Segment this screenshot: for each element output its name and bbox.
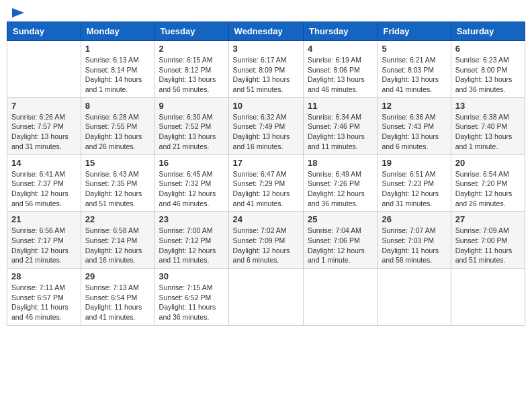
calendar-cell [451, 269, 525, 326]
day-info: Sunrise: 7:04 AM Sunset: 7:06 PM Dayligh… [308, 226, 373, 265]
calendar-cell: 30Sunrise: 7:15 AM Sunset: 6:52 PM Dayli… [154, 269, 228, 326]
weekday-header-friday: Friday [378, 22, 451, 41]
calendar-cell: 6Sunrise: 6:23 AM Sunset: 8:00 PM Daylig… [451, 41, 525, 98]
day-number: 6 [455, 44, 521, 54]
day-number: 30 [159, 271, 224, 281]
weekday-header-sunday: Sunday [7, 22, 81, 41]
day-info: Sunrise: 6:45 AM Sunset: 7:32 PM Dayligh… [159, 169, 224, 209]
logo [9, 7, 26, 16]
day-number: 23 [159, 214, 224, 224]
calendar-cell: 27Sunrise: 7:09 AM Sunset: 7:00 PM Dayli… [451, 212, 525, 269]
day-number: 1 [85, 44, 150, 54]
day-number: 8 [85, 101, 150, 111]
day-number: 28 [11, 271, 77, 281]
day-number: 10 [233, 101, 299, 111]
day-number: 16 [159, 158, 224, 168]
day-number: 13 [455, 101, 521, 111]
week-row-2: 7Sunrise: 6:26 AM Sunset: 7:57 PM Daylig… [7, 97, 525, 154]
day-info: Sunrise: 6:30 AM Sunset: 7:52 PM Dayligh… [159, 112, 224, 152]
day-info: Sunrise: 7:15 AM Sunset: 6:52 PM Dayligh… [159, 283, 224, 322]
calendar-cell: 20Sunrise: 6:54 AM Sunset: 7:20 PM Dayli… [451, 154, 525, 212]
calendar-cell: 10Sunrise: 6:32 AM Sunset: 7:49 PM Dayli… [228, 97, 303, 154]
day-number: 17 [233, 158, 299, 168]
calendar-cell: 9Sunrise: 6:30 AM Sunset: 7:52 PM Daylig… [154, 97, 228, 154]
calendar-cell [7, 41, 81, 98]
day-number: 3 [233, 44, 299, 54]
day-number: 7 [11, 101, 77, 111]
day-info: Sunrise: 7:02 AM Sunset: 7:09 PM Dayligh… [233, 226, 299, 265]
day-number: 4 [308, 44, 373, 54]
calendar-table: SundayMondayTuesdayWednesdayThursdayFrid… [7, 21, 525, 326]
day-number: 24 [233, 214, 299, 224]
week-row-4: 21Sunrise: 6:56 AM Sunset: 7:17 PM Dayli… [7, 212, 525, 269]
svg-marker-0 [12, 8, 24, 17]
calendar-cell: 5Sunrise: 6:21 AM Sunset: 8:03 PM Daylig… [378, 41, 451, 98]
day-info: Sunrise: 6:51 AM Sunset: 7:23 PM Dayligh… [382, 169, 446, 209]
calendar-cell: 25Sunrise: 7:04 AM Sunset: 7:06 PM Dayli… [304, 212, 378, 269]
calendar-cell: 4Sunrise: 6:19 AM Sunset: 8:06 PM Daylig… [304, 41, 378, 98]
calendar-cell: 19Sunrise: 6:51 AM Sunset: 7:23 PM Dayli… [378, 154, 451, 212]
day-number: 2 [159, 44, 224, 54]
day-number: 29 [85, 271, 150, 281]
day-number: 15 [85, 158, 150, 168]
weekday-header-saturday: Saturday [451, 22, 525, 41]
day-info: Sunrise: 7:09 AM Sunset: 7:00 PM Dayligh… [455, 226, 521, 265]
day-info: Sunrise: 6:23 AM Sunset: 8:00 PM Dayligh… [455, 55, 521, 95]
day-info: Sunrise: 7:11 AM Sunset: 6:57 PM Dayligh… [11, 283, 77, 322]
calendar-cell: 29Sunrise: 7:13 AM Sunset: 6:54 PM Dayli… [81, 269, 154, 326]
day-info: Sunrise: 7:00 AM Sunset: 7:12 PM Dayligh… [159, 226, 224, 265]
day-number: 26 [382, 214, 446, 224]
day-number: 22 [85, 214, 150, 224]
calendar-cell: 21Sunrise: 6:56 AM Sunset: 7:17 PM Dayli… [7, 212, 81, 269]
week-row-1: 1Sunrise: 6:13 AM Sunset: 8:14 PM Daylig… [7, 41, 525, 98]
calendar-cell: 28Sunrise: 7:11 AM Sunset: 6:57 PM Dayli… [7, 269, 81, 326]
day-info: Sunrise: 6:54 AM Sunset: 7:20 PM Dayligh… [455, 169, 521, 209]
day-info: Sunrise: 6:56 AM Sunset: 7:17 PM Dayligh… [11, 226, 77, 265]
day-info: Sunrise: 6:49 AM Sunset: 7:26 PM Dayligh… [308, 169, 373, 209]
calendar-cell: 15Sunrise: 6:43 AM Sunset: 7:35 PM Dayli… [81, 154, 154, 212]
calendar-cell: 24Sunrise: 7:02 AM Sunset: 7:09 PM Dayli… [228, 212, 303, 269]
day-info: Sunrise: 6:36 AM Sunset: 7:43 PM Dayligh… [382, 112, 446, 152]
day-info: Sunrise: 6:21 AM Sunset: 8:03 PM Dayligh… [382, 55, 446, 95]
calendar-cell: 3Sunrise: 6:17 AM Sunset: 8:09 PM Daylig… [228, 41, 303, 98]
weekday-header-thursday: Thursday [304, 22, 378, 41]
calendar-cell: 13Sunrise: 6:38 AM Sunset: 7:40 PM Dayli… [451, 97, 525, 154]
day-number: 9 [159, 101, 224, 111]
day-number: 27 [455, 214, 521, 224]
logo-flag-icon [11, 7, 26, 19]
weekday-header-monday: Monday [81, 22, 154, 41]
day-number: 19 [382, 158, 446, 168]
day-info: Sunrise: 6:34 AM Sunset: 7:46 PM Dayligh… [308, 112, 373, 152]
calendar-cell: 8Sunrise: 6:28 AM Sunset: 7:55 PM Daylig… [81, 97, 154, 154]
week-row-3: 14Sunrise: 6:41 AM Sunset: 7:37 PM Dayli… [7, 154, 525, 212]
calendar-cell [304, 269, 378, 326]
calendar-cell: 16Sunrise: 6:45 AM Sunset: 7:32 PM Dayli… [154, 154, 228, 212]
day-info: Sunrise: 6:17 AM Sunset: 8:09 PM Dayligh… [233, 55, 299, 95]
week-row-5: 28Sunrise: 7:11 AM Sunset: 6:57 PM Dayli… [7, 269, 525, 326]
day-info: Sunrise: 6:32 AM Sunset: 7:49 PM Dayligh… [233, 112, 299, 152]
calendar-cell: 14Sunrise: 6:41 AM Sunset: 7:37 PM Dayli… [7, 154, 81, 212]
day-number: 25 [308, 214, 373, 224]
calendar-cell: 12Sunrise: 6:36 AM Sunset: 7:43 PM Dayli… [378, 97, 451, 154]
day-info: Sunrise: 6:26 AM Sunset: 7:57 PM Dayligh… [11, 112, 77, 152]
calendar-cell: 7Sunrise: 6:26 AM Sunset: 7:57 PM Daylig… [7, 97, 81, 154]
page-header [7, 7, 525, 16]
day-info: Sunrise: 6:47 AM Sunset: 7:29 PM Dayligh… [233, 169, 299, 209]
day-info: Sunrise: 6:38 AM Sunset: 7:40 PM Dayligh… [455, 112, 521, 152]
calendar-cell: 11Sunrise: 6:34 AM Sunset: 7:46 PM Dayli… [304, 97, 378, 154]
day-info: Sunrise: 7:13 AM Sunset: 6:54 PM Dayligh… [85, 283, 150, 322]
day-number: 20 [455, 158, 521, 168]
day-info: Sunrise: 6:41 AM Sunset: 7:37 PM Dayligh… [11, 169, 77, 209]
calendar-cell [378, 269, 451, 326]
calendar-cell: 1Sunrise: 6:13 AM Sunset: 8:14 PM Daylig… [81, 41, 154, 98]
day-info: Sunrise: 6:43 AM Sunset: 7:35 PM Dayligh… [85, 169, 150, 209]
day-number: 14 [11, 158, 77, 168]
day-number: 12 [382, 101, 446, 111]
calendar-cell [228, 269, 303, 326]
calendar-cell: 18Sunrise: 6:49 AM Sunset: 7:26 PM Dayli… [304, 154, 378, 212]
day-info: Sunrise: 6:15 AM Sunset: 8:12 PM Dayligh… [159, 55, 224, 95]
day-info: Sunrise: 6:19 AM Sunset: 8:06 PM Dayligh… [308, 55, 373, 95]
day-info: Sunrise: 6:58 AM Sunset: 7:14 PM Dayligh… [85, 226, 150, 265]
weekday-header-tuesday: Tuesday [154, 22, 228, 41]
day-number: 5 [382, 44, 446, 54]
